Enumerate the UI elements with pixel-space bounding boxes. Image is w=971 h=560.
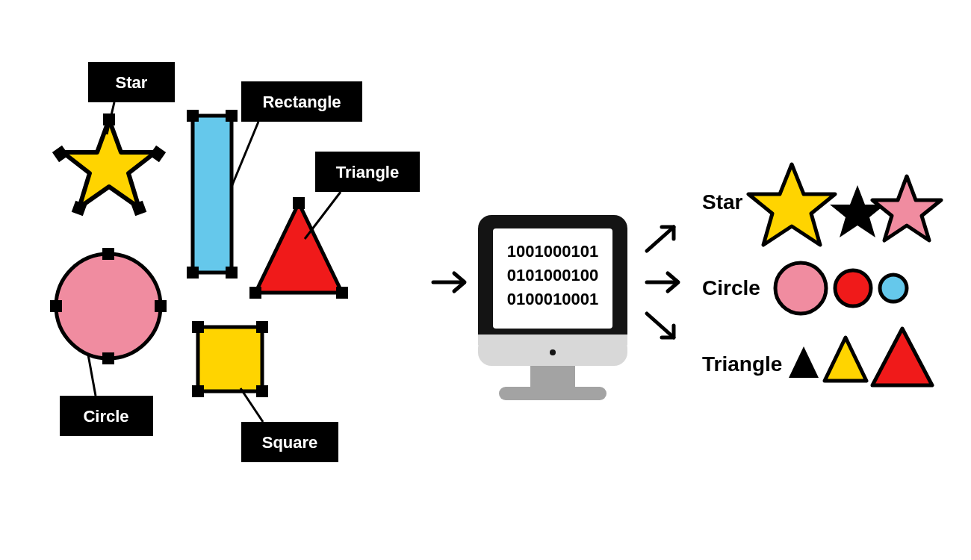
output-triangle-label: Triangle xyxy=(702,352,782,376)
triangle-icon xyxy=(255,203,342,293)
svg-rect-32 xyxy=(499,387,607,400)
svg-rect-20 xyxy=(50,300,62,312)
star-icon xyxy=(872,176,941,240)
output-circle-label: Circle xyxy=(702,276,760,299)
circle-icon xyxy=(56,254,161,358)
computer-icon: 1001000101 0101000100 0100010001 xyxy=(478,215,627,400)
star-icon xyxy=(830,185,885,237)
output-star-row: Star xyxy=(702,164,941,245)
svg-rect-4 xyxy=(52,146,69,162)
circle-icon xyxy=(775,263,826,314)
arrow-into-computer xyxy=(433,273,465,291)
svg-line-40 xyxy=(647,314,674,337)
svg-line-12 xyxy=(232,122,258,187)
output-circle-row: Circle xyxy=(702,263,907,314)
binary-line-3: 0100010001 xyxy=(507,290,598,308)
svg-rect-27 xyxy=(256,385,268,397)
svg-rect-31 xyxy=(530,366,575,390)
svg-rect-1 xyxy=(149,146,166,162)
training-circle: Circle xyxy=(50,248,167,436)
binary-line-1: 1001000101 xyxy=(507,242,598,261)
label-triangle: Triangle xyxy=(336,163,399,181)
rectangle-icon xyxy=(193,116,232,273)
svg-line-38 xyxy=(647,227,674,251)
label-square: Square xyxy=(262,433,318,452)
svg-rect-25 xyxy=(256,321,268,333)
triangle-icon xyxy=(872,329,932,385)
svg-rect-9 xyxy=(187,267,199,279)
svg-rect-10 xyxy=(226,267,238,279)
svg-line-23 xyxy=(88,355,96,396)
triangle-icon xyxy=(789,346,819,378)
label-rectangle: Rectangle xyxy=(262,93,341,111)
svg-rect-13 xyxy=(293,197,305,209)
output-triangle-row: Triangle xyxy=(702,329,932,385)
output-star-label: Star xyxy=(702,190,743,214)
svg-point-36 xyxy=(550,349,556,355)
svg-rect-15 xyxy=(249,287,261,299)
svg-rect-14 xyxy=(336,287,348,299)
diagram-canvas: Star Rectangle Triangle xyxy=(0,0,971,560)
svg-rect-35 xyxy=(478,335,627,345)
training-triangle: Triangle xyxy=(249,152,420,299)
training-star: Star xyxy=(52,62,175,216)
svg-rect-21 xyxy=(155,300,167,312)
triangle-icon xyxy=(825,337,866,381)
binary-line-2: 0101000100 xyxy=(507,266,598,284)
svg-rect-7 xyxy=(187,110,199,122)
svg-rect-18 xyxy=(102,248,114,260)
svg-rect-26 xyxy=(192,385,204,397)
star-icon xyxy=(63,119,155,208)
label-star: Star xyxy=(116,73,148,92)
training-square: Square xyxy=(192,321,338,462)
svg-line-17 xyxy=(305,192,341,239)
star-icon xyxy=(748,164,835,245)
svg-rect-19 xyxy=(102,352,114,364)
output-arrows xyxy=(647,227,678,337)
svg-rect-8 xyxy=(226,110,238,122)
circle-icon xyxy=(835,270,871,306)
square-icon xyxy=(198,327,262,391)
svg-rect-24 xyxy=(192,321,204,333)
label-circle: Circle xyxy=(83,407,128,426)
circle-icon xyxy=(880,275,907,302)
